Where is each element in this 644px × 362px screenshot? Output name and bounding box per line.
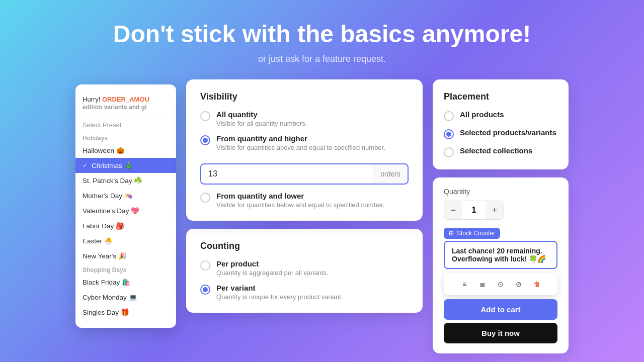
- visibility-option-lower[interactable]: From quantity and lower Visible for quan…: [200, 192, 409, 209]
- stock-message-line1: Last chance! 20 remaining.: [452, 247, 549, 255]
- header: Don't stick with the basics anymore! or …: [0, 0, 644, 74]
- quantity-unit: orders: [373, 165, 408, 183]
- panels-container: Hurry! ORDER_AMOU edition variants and g…: [0, 74, 644, 358]
- stock-counter-icon: ⊞: [449, 230, 454, 237]
- quantity-input[interactable]: [201, 164, 373, 184]
- radio-per-variant: [200, 285, 210, 295]
- placement-label-selected: Selected products/variants: [460, 128, 556, 137]
- hurry-suffix: edition variants and gi: [83, 104, 146, 111]
- counting-desc-product: Quantity is aggregated per all variants.: [216, 269, 329, 277]
- select-preset-label: Select Preset: [75, 120, 176, 132]
- toolbar-btn-3[interactable]: ⊙: [493, 277, 508, 291]
- main-title: Don't stick with the basics anymore!: [10, 20, 634, 48]
- preset-item-cybermonday[interactable]: Cyber Monday 💻: [75, 290, 176, 305]
- radio-selected-products: [444, 129, 454, 139]
- preset-item-laborday[interactable]: Labor Day 🎒: [75, 218, 176, 233]
- quantity-widget: Quantity − 1 + ⊞ Stock Counter Last chan…: [433, 177, 569, 353]
- counting-options: Per product Quantity is aggregated per a…: [200, 259, 409, 301]
- radio-label-lower: From quantity and lower: [216, 192, 384, 200]
- preset-item-christmas[interactable]: Christmas 🎄: [75, 158, 176, 173]
- shopping-days-section-label: Shopping Days: [75, 263, 176, 275]
- main-subtitle: or just ask for a feature request.: [10, 54, 634, 64]
- placement-label-collections: Selected collections: [460, 146, 532, 155]
- counting-desc-variant: Quantity is unique for every product var…: [216, 293, 343, 301]
- decrement-button[interactable]: −: [444, 201, 462, 219]
- quantity-widget-label: Quantity: [444, 188, 557, 196]
- quantity-value: 1: [462, 206, 486, 215]
- holidays-section-label: Holidays: [75, 132, 176, 143]
- quantity-input-row: orders: [200, 163, 409, 185]
- toolbar-btn-1[interactable]: ≡: [457, 277, 472, 291]
- add-to-cart-button[interactable]: Add to cart: [444, 299, 557, 320]
- stock-counter-badge: ⊞ Stock Counter: [444, 228, 500, 239]
- placement-option-collections[interactable]: Selected collections: [444, 146, 557, 157]
- hurry-highlight: ORDER_AMOU: [102, 96, 149, 103]
- increment-button[interactable]: +: [486, 201, 504, 219]
- placement-option-all[interactable]: All products: [444, 110, 557, 121]
- radio-from-lower: [200, 193, 210, 203]
- visibility-title: Visibility: [200, 92, 409, 102]
- stock-counter-label: Stock Counter: [457, 230, 495, 237]
- preset-dropdown: Hurry! ORDER_AMOU edition variants and g…: [75, 84, 176, 328]
- counting-label-variant: Per variant: [216, 284, 343, 292]
- placement-card: Placement All products Selected products…: [433, 79, 569, 169]
- stock-message-line2: Overflowing with luck! 🍀🌈: [452, 255, 549, 263]
- counting-option-variant[interactable]: Per variant Quantity is unique for every…: [200, 284, 409, 301]
- counting-label-product: Per product: [216, 259, 329, 268]
- placement-label-all: All products: [460, 110, 504, 119]
- placement-options: All products Selected products/variants …: [444, 110, 557, 157]
- preset-item-stpatricks[interactable]: St. Patrick's Day ☘️: [75, 173, 176, 188]
- radio-desc-all: Visible for all quantity numbers.: [216, 120, 307, 127]
- middle-panels: Visibility All quantity Visible for all …: [186, 79, 423, 313]
- toolbar-btn-4[interactable]: ⊘: [511, 277, 526, 291]
- visibility-options: All quantity Visible for all quantity nu…: [200, 110, 409, 209]
- toolbar-btn-2[interactable]: ≣: [475, 277, 490, 291]
- radio-per-product: [200, 260, 210, 270]
- counting-option-product[interactable]: Per product Quantity is aggregated per a…: [200, 259, 409, 277]
- toolbar: ≡ ≣ ⊙ ⊘ 🗑: [444, 273, 557, 295]
- radio-desc-higher: Visible for quantities above and equal t…: [216, 144, 385, 151]
- preset-item-easter[interactable]: Easter 🐣: [75, 233, 176, 248]
- preset-item-mothersday[interactable]: Mother's Day 👒: [75, 188, 176, 203]
- placement-title: Placement: [444, 92, 557, 102]
- preset-item-blackfriday[interactable]: Black Friday 🛍️: [75, 275, 176, 290]
- preset-item-valentines[interactable]: Valentine's Day 💖: [75, 203, 176, 218]
- right-panel: Placement All products Selected products…: [433, 79, 569, 353]
- counting-title: Counting: [200, 241, 409, 251]
- hurry-bar: Hurry! ORDER_AMOU edition variants and g…: [75, 93, 176, 116]
- radio-label-higher: From quantity and higher: [216, 134, 385, 143]
- toolbar-delete-btn[interactable]: 🗑: [529, 277, 544, 291]
- visibility-option-all[interactable]: All quantity Visible for all quantity nu…: [200, 110, 409, 127]
- placement-option-selected[interactable]: Selected products/variants: [444, 128, 557, 139]
- stock-message: Last chance! 20 remaining. Overflowing w…: [444, 241, 557, 269]
- buy-now-button[interactable]: Buy it now: [444, 323, 557, 343]
- radio-label-all: All quantity: [216, 110, 307, 119]
- preset-item-halloween[interactable]: Halloween 🎃: [75, 143, 176, 158]
- preset-item-newyears[interactable]: New Year's 🎉: [75, 248, 176, 263]
- radio-all-quantity: [200, 111, 210, 121]
- quantity-stepper: − 1 +: [444, 201, 504, 220]
- visibility-option-higher[interactable]: From quantity and higher Visible for qua…: [200, 134, 409, 151]
- visibility-card: Visibility All quantity Visible for all …: [186, 79, 423, 221]
- radio-selected-collections: [444, 147, 454, 157]
- radio-desc-lower: Visible for quantities below and equal t…: [216, 201, 384, 209]
- radio-all-products: [444, 111, 454, 121]
- preset-item-singlesday[interactable]: Singles Day 🎁: [75, 305, 176, 320]
- radio-from-higher: [200, 135, 210, 145]
- counting-card: Counting Per product Quantity is aggrega…: [186, 229, 423, 313]
